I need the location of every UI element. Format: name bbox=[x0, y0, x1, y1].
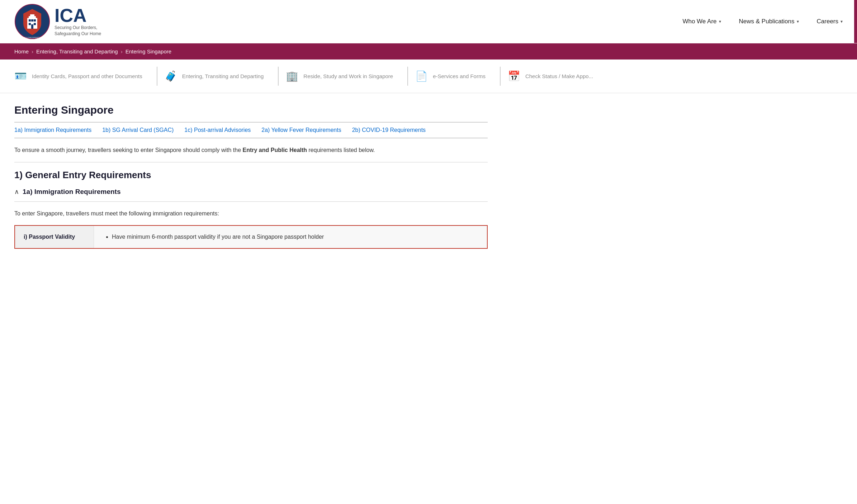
svg-rect-4 bbox=[29, 19, 31, 22]
id-card-icon: 🪪 bbox=[14, 70, 27, 82]
logo-text: ICA Securing Our Borders, Safeguarding O… bbox=[55, 6, 101, 37]
svg-text:IMMIGRATION & CHECKPOINTS AUTH: IMMIGRATION & CHECKPOINTS AUTHORITY bbox=[15, 37, 49, 39]
luggage-icon: 🧳 bbox=[165, 70, 177, 82]
accordion-header-1a[interactable]: ∧ 1a) Immigration Requirements bbox=[14, 188, 488, 196]
passport-requirement: Have minimum 6-month passport validity i… bbox=[112, 232, 324, 242]
svg-rect-8 bbox=[34, 23, 36, 25]
subnav-label-eservices: e-Services and Forms bbox=[433, 73, 486, 80]
svg-rect-3 bbox=[30, 14, 34, 17]
breadcrumb-sep-1: › bbox=[32, 48, 33, 54]
subnav-check-status[interactable]: 📅 Check Status / Make Appo... bbox=[500, 67, 607, 86]
subnav-identity-cards[interactable]: 🪪 Identity Cards, Passport and other Doc… bbox=[14, 67, 157, 86]
subnav-eservices[interactable]: 📄 e-Services and Forms bbox=[407, 67, 500, 86]
section-divider bbox=[14, 162, 488, 162]
nav-news-publications[interactable]: News & Publications ▾ bbox=[739, 18, 799, 25]
subnav-reside-study[interactable]: 🏢 Reside, Study and Work in Singapore bbox=[278, 67, 407, 86]
tab-1a[interactable]: 1a) Immigration Requirements bbox=[14, 127, 102, 133]
svg-rect-9 bbox=[31, 24, 33, 29]
subnav-label-reside: Reside, Study and Work in Singapore bbox=[303, 73, 393, 80]
accordion-body-text: To enter Singapore, travellers must meet… bbox=[14, 209, 488, 218]
chevron-up-icon: ∧ bbox=[14, 188, 19, 196]
tab-2a[interactable]: 2a) Yellow Fever Requirements bbox=[261, 127, 352, 133]
breadcrumb-entering[interactable]: Entering, Transiting and Departing bbox=[36, 48, 118, 54]
subnav: 🪪 Identity Cards, Passport and other Doc… bbox=[0, 60, 857, 93]
building-icon: 🏢 bbox=[286, 70, 298, 82]
svg-rect-7 bbox=[29, 23, 31, 25]
document-icon: 📄 bbox=[415, 70, 428, 82]
logo-ica-text: ICA bbox=[55, 6, 101, 25]
svg-rect-6 bbox=[31, 19, 33, 22]
tab-1b[interactable]: 1b) SG Arrival Card (SGAC) bbox=[102, 127, 184, 133]
nav-careers[interactable]: Careers ▾ bbox=[817, 18, 843, 25]
subnav-label-entering: Entering, Transiting and Departing bbox=[182, 73, 264, 80]
logo-tagline: Securing Our Borders, Safeguarding Our H… bbox=[55, 25, 101, 37]
section-heading: 1) General Entry Requirements bbox=[14, 170, 488, 181]
breadcrumb-current: Entering Singapore bbox=[126, 48, 171, 54]
tab-2b[interactable]: 2b) COVID-19 Requirements bbox=[352, 127, 436, 133]
subnav-entering-transiting[interactable]: 🧳 Entering, Transiting and Departing bbox=[157, 67, 278, 86]
chevron-down-icon: ▾ bbox=[841, 19, 843, 24]
main-nav: Who We Are ▾ News & Publications ▾ Caree… bbox=[682, 18, 843, 25]
chevron-down-icon: ▾ bbox=[719, 19, 721, 24]
svg-rect-5 bbox=[34, 19, 36, 22]
breadcrumb-home[interactable]: Home bbox=[14, 48, 29, 54]
passport-validity-row: i) Passport Validity Have minimum 6-mont… bbox=[14, 225, 488, 249]
accordion-title: 1a) Immigration Requirements bbox=[23, 188, 120, 196]
breadcrumb: Home › Entering, Transiting and Departin… bbox=[0, 43, 857, 60]
passport-content: Have minimum 6-month passport validity i… bbox=[94, 226, 335, 248]
tab-1c[interactable]: 1c) Post-arrival Advisories bbox=[184, 127, 261, 133]
main-content: Entering Singapore 1a) Immigration Requi… bbox=[0, 93, 502, 260]
accordion-divider bbox=[14, 201, 488, 202]
page-title: Entering Singapore bbox=[14, 104, 488, 116]
chevron-down-icon: ▾ bbox=[797, 19, 799, 24]
header-accent-bar bbox=[854, 0, 857, 43]
intro-text: To ensure a smooth journey, travellers s… bbox=[14, 146, 488, 155]
nav-who-we-are[interactable]: Who We Are ▾ bbox=[682, 18, 721, 25]
breadcrumb-sep-2: › bbox=[121, 48, 123, 54]
calendar-icon: 📅 bbox=[508, 70, 520, 82]
ica-logo-icon: IMMIGRATION & CHECKPOINTS AUTHORITY bbox=[14, 4, 50, 39]
subnav-label-identity: Identity Cards, Passport and other Docum… bbox=[32, 73, 142, 80]
passport-label: i) Passport Validity bbox=[15, 226, 94, 248]
subnav-label-check: Check Status / Make Appo... bbox=[525, 73, 593, 80]
tabs-bar: 1a) Immigration Requirements 1b) SG Arri… bbox=[14, 122, 488, 138]
logo-area: IMMIGRATION & CHECKPOINTS AUTHORITY ICA … bbox=[14, 4, 101, 39]
